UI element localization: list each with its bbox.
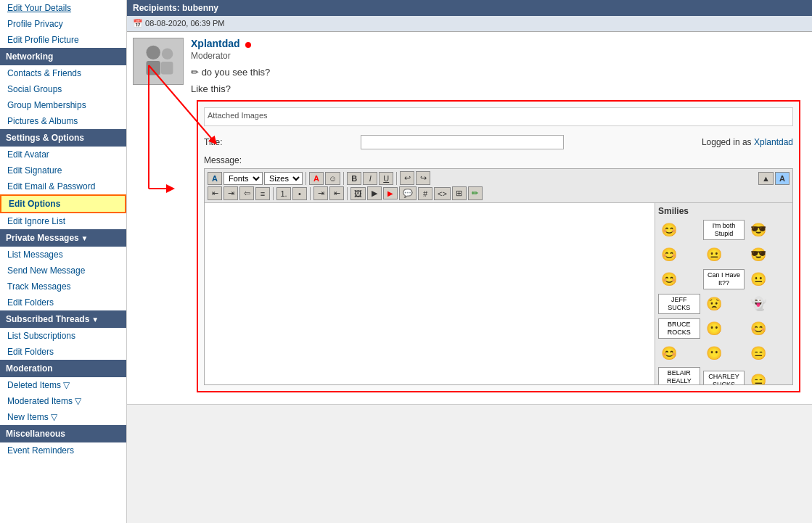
toolbar-separator-5 (310, 187, 311, 200)
smiley-label-bruce-rocks[interactable]: BRUCE ROCKS (658, 318, 700, 339)
attached-images-label: Attached Images (208, 111, 790, 120)
sidebar-item-event-reminders[interactable]: Event Reminders (0, 442, 126, 458)
svg-rect-2 (146, 61, 160, 75)
editor-outer: Attached Images Title: Logged in as Xpla… (197, 100, 800, 392)
smilies-panel: Smilies 😊 I'm both Stupid 😎 😊 😐 😎 😊 (655, 203, 792, 384)
title-label: Title: (204, 137, 223, 147)
sidebar-item-edit-profile-picture[interactable]: Edit Profile Picture (0, 32, 126, 48)
smiley-label-charley-sucks[interactable]: CHARLEY SUCKS (703, 371, 745, 384)
sidebar-item-send-new-message[interactable]: Send New Message (0, 263, 126, 279)
avatar-area (133, 38, 184, 85)
smiley-3[interactable]: 😐 (703, 244, 725, 265)
italic-button[interactable]: I (363, 172, 377, 185)
sidebar-header-networking: Networking (0, 48, 126, 65)
sidebar-item-social-groups[interactable]: Social Groups (0, 81, 126, 97)
smiley-5[interactable]: 😊 (658, 268, 680, 290)
title-input[interactable] (361, 135, 564, 149)
align-right-button[interactable]: ⇦ (239, 186, 254, 200)
smiley-6[interactable]: 😐 (747, 268, 769, 290)
smiley-10[interactable]: 😊 (658, 342, 680, 364)
video-button[interactable]: ▶ (367, 186, 382, 200)
post-content: Xplantdad Moderator ✏ do you see this? L… (191, 38, 806, 398)
sidebar-header-private-messages[interactable]: Private Messages (0, 229, 126, 247)
author-name-link[interactable]: Xplantdad (191, 38, 240, 49)
youtube-button[interactable]: ▶ (383, 187, 398, 199)
bold-button[interactable]: B (347, 172, 361, 185)
outdent-button[interactable]: ⇤ (329, 186, 344, 200)
post-text: ✏ do you see this? (191, 67, 806, 78)
smiley-12[interactable]: 😑 (747, 342, 769, 364)
sidebar-item-edit-email-password[interactable]: Edit Email & Password (0, 178, 126, 194)
smiley-label-stupid[interactable]: I'm both Stupid (703, 220, 745, 240)
deleted-items-arrow: ▽ (63, 380, 70, 390)
align-left-button[interactable]: ⇤ (208, 186, 222, 200)
smiley-1[interactable]: 😊 (658, 219, 680, 241)
message-date-header: 📅 08-08-2020, 06:39 PM (127, 16, 812, 32)
highlight-button[interactable]: A (775, 172, 790, 185)
smiley-8[interactable]: 😶 (703, 318, 725, 339)
toolbar-separator-3 (396, 172, 397, 185)
message-textarea[interactable] (205, 203, 655, 384)
erase-button[interactable]: ✏ (468, 186, 483, 200)
sidebar-item-list-subscriptions[interactable]: List Subscriptions (0, 328, 126, 344)
smiley-2[interactable]: 😊 (658, 244, 680, 265)
image-button[interactable]: 🖼 (350, 187, 366, 200)
font-icon-button[interactable]: A (208, 172, 222, 185)
ordered-list-button[interactable]: 1. (276, 187, 291, 200)
unordered-list-button[interactable]: • (292, 187, 307, 200)
sidebar-item-edit-signature[interactable]: Edit Signature (0, 162, 126, 178)
username-line: Xplantdad (191, 38, 806, 49)
svg-rect-4 (161, 62, 173, 74)
underline-button[interactable]: U (379, 172, 393, 185)
logged-in-user-link[interactable]: Xplantdad (754, 137, 793, 147)
quote-button[interactable]: 💬 (399, 186, 417, 200)
smilies-title: Smilies (658, 206, 790, 216)
toolbar-separator-2 (343, 172, 344, 185)
sidebar-item-profile-privacy[interactable]: Profile Privacy (0, 16, 126, 32)
sidebar-item-deleted-items[interactable]: Deleted Items ▽ (0, 377, 126, 393)
undo-button[interactable]: ↩ (400, 171, 414, 185)
toolbar-separator-1 (305, 172, 306, 185)
sidebar-item-moderated-items[interactable]: Moderated Items ▽ (0, 393, 126, 409)
sidebar-item-track-messages[interactable]: Track Messages (0, 279, 126, 295)
smiley-label-jeff-sucks[interactable]: JEFF SUCKS (658, 294, 700, 314)
sidebar-item-list-messages[interactable]: List Messages (0, 247, 126, 263)
smiley-button[interactable]: ☺ (325, 172, 340, 185)
smiley-label-can-i-have[interactable]: Can I Have It?? (703, 269, 745, 289)
smiley-label-belair-sucks[interactable]: BELAIR REALLY SUCKS (658, 367, 700, 384)
table-button[interactable]: ⊞ (452, 186, 467, 200)
smiley-11[interactable]: 😶 (703, 342, 725, 364)
smiley-13[interactable]: 😑 (747, 370, 769, 384)
sidebar-item-edit-ignore-list[interactable]: Edit Ignore List (0, 213, 126, 229)
sidebar-item-edit-options[interactable]: Edit Options (0, 194, 126, 213)
smiley-ghost[interactable]: 👻 (747, 293, 769, 315)
smiley-7[interactable]: 😟 (703, 293, 725, 315)
message-label: Message: (198, 152, 799, 168)
smiley-9[interactable]: 😊 (747, 318, 769, 339)
sizes-select[interactable]: Sizes (264, 172, 303, 185)
editor-textarea-area: Smilies 😊 I'm both Stupid 😎 😊 😐 😎 😊 (205, 203, 792, 384)
sidebar-item-pictures-albums[interactable]: Pictures & Albums (0, 113, 126, 129)
like-text: Like this? (191, 83, 806, 94)
code-button[interactable]: <> (434, 187, 451, 200)
sidebar-item-contacts-friends[interactable]: Contacts & Friends (0, 65, 126, 81)
align-justify-button[interactable]: ≡ (255, 187, 270, 200)
smiley-4[interactable]: 😎 (747, 244, 769, 265)
redo-button[interactable]: ↪ (416, 171, 430, 185)
sidebar-item-edit-your-details[interactable]: Edit Your Details (0, 0, 126, 16)
scroll-up-button[interactable]: ▲ (758, 172, 774, 185)
sidebar-item-group-memberships[interactable]: Group Memberships (0, 97, 126, 113)
hash-button[interactable]: # (418, 187, 432, 200)
align-center-button[interactable]: ⇥ (223, 186, 238, 200)
sidebar-item-edit-folders-pm[interactable]: Edit Folders (0, 295, 126, 310)
font-color-button[interactable]: A (309, 172, 324, 185)
indent-button[interactable]: ⇥ (313, 186, 328, 200)
fonts-select[interactable]: Fonts (223, 172, 263, 185)
smiley-cool[interactable]: 😎 (747, 219, 769, 241)
sidebar-header-subscribed-threads[interactable]: Subscribed Threads (0, 310, 126, 328)
sidebar-item-edit-avatar[interactable]: Edit Avatar (0, 147, 126, 162)
sidebar-item-edit-folders-st[interactable]: Edit Folders (0, 344, 126, 360)
user-title: Moderator (191, 51, 806, 61)
sidebar-item-new-items[interactable]: New Items ▽ (0, 409, 126, 425)
title-row: Title: Logged in as Xplantdad (198, 132, 799, 152)
